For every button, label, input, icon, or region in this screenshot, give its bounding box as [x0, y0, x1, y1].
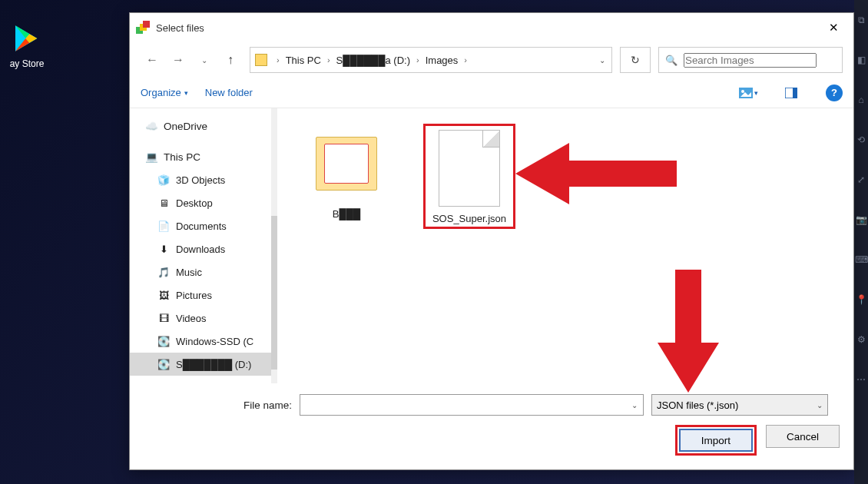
caret-down-icon: ▾	[754, 89, 758, 97]
preview-pane-button[interactable]	[781, 83, 801, 103]
app-logo-icon	[136, 21, 150, 35]
downloads-icon: ⬇	[157, 243, 170, 255]
close-button[interactable]: ✕	[818, 16, 849, 39]
up-button[interactable]: ↑	[219, 48, 242, 71]
filename-input[interactable]	[300, 395, 626, 415]
filename-label: File name:	[244, 399, 292, 411]
cube-icon: 🧊	[157, 174, 170, 186]
dialog-body: ☁️OneDrive 💻This PC 🧊3D Objects 🖥Desktop…	[130, 108, 853, 383]
sidebar-slot[interactable]: ⌂	[854, 80, 868, 120]
filetype-label: JSON files (*.json)	[657, 399, 817, 411]
chevron-right-icon: ›	[324, 55, 333, 65]
sidebar-slot[interactable]: ⌨	[854, 240, 868, 280]
tree-drive-d[interactable]: 💽S███████ (D:)	[130, 353, 271, 376]
import-highlight: Import	[675, 425, 757, 456]
tree-pictures[interactable]: 🖼Pictures	[130, 283, 271, 307]
chevron-right-icon: ›	[461, 55, 470, 65]
crumb-this-pc[interactable]: This PC	[283, 55, 324, 66]
filetype-combo[interactable]: JSON files (*.json) ⌄	[651, 394, 828, 416]
file-dialog: Select files ✕ ← → ⌄ ↑ › This PC › S████…	[129, 12, 854, 470]
pictures-icon: 🖼	[157, 289, 170, 301]
tree-3d-objects[interactable]: 🧊3D Objects	[130, 168, 271, 191]
tree-this-pc[interactable]: 💻This PC	[130, 145, 271, 168]
tree-onedrive[interactable]: ☁️OneDrive	[130, 114, 271, 138]
documents-icon: 📄	[157, 220, 170, 232]
nav-row: ← → ⌄ ↑ › This PC › S██████a (D:) › Imag…	[130, 42, 853, 78]
videos-icon: 🎞	[157, 312, 170, 324]
file-icon	[439, 130, 500, 207]
crumb-folder[interactable]: Images	[422, 55, 462, 66]
sidebar-slot[interactable]: ⋯	[854, 360, 868, 399]
sidebar-slot[interactable]: ◧	[854, 40, 868, 80]
sidebar-slot[interactable]: ⧉	[854, 0, 868, 40]
recent-dropdown[interactable]: ⌄	[193, 48, 216, 71]
caret-down-icon: ▾	[184, 89, 188, 97]
play-store-label: ay Store	[0, 58, 54, 69]
breadcrumb-dropdown[interactable]: ⌄	[593, 56, 611, 65]
play-store-icon	[12, 23, 42, 54]
json-file-item[interactable]: SOS_Super.json	[423, 124, 515, 229]
view-mode-button[interactable]: ▾	[738, 83, 758, 103]
search-field[interactable]	[684, 53, 817, 68]
play-store-shortcut[interactable]: ay Store	[0, 23, 54, 69]
svg-rect-6	[143, 21, 150, 28]
dialog-title: Select files	[156, 22, 818, 34]
tree-videos[interactable]: 🎞Videos	[130, 307, 271, 330]
cancel-button[interactable]: Cancel	[766, 425, 840, 448]
folder-item[interactable]: B███	[300, 124, 393, 220]
desktop-icon: 🖥	[157, 197, 170, 209]
crumb-drive[interactable]: S██████a (D:)	[333, 55, 413, 66]
search-input[interactable]: 🔍	[658, 47, 843, 73]
cloud-icon: ☁️	[145, 120, 157, 132]
toolbar: Organize▾ New folder ▾ ?	[130, 78, 853, 108]
help-button[interactable]: ?	[826, 85, 843, 101]
file-list[interactable]: B███ SOS_Super.json	[277, 108, 853, 383]
tree-windows-ssd[interactable]: 💽Windows-SSD (C	[130, 330, 271, 353]
annotation-arrow-left	[515, 139, 677, 208]
breadcrumb-bar[interactable]: › This PC › S██████a (D:) › Images › ⌄	[250, 47, 612, 73]
emulator-sidebar: ⧉ ◧ ⌂ ⟲ ⤢ 📷 ⌨ 📍 ⚙ ⋯	[854, 0, 868, 484]
scrollbar-thumb[interactable]	[271, 216, 277, 370]
sidebar-slot[interactable]: ⟲	[854, 120, 868, 160]
file-label: SOS_Super.json	[428, 213, 511, 224]
drive-icon: 💽	[157, 358, 170, 370]
search-icon: 🔍	[665, 55, 678, 66]
sidebar-slot[interactable]: ⚙	[854, 320, 868, 360]
tree-scrollbar[interactable]	[271, 108, 277, 383]
tree-documents[interactable]: 📄Documents	[130, 214, 271, 237]
refresh-button[interactable]: ↻	[620, 47, 651, 73]
dialog-footer: File name: ⌄ JSON files (*.json) ⌄ Impor…	[130, 383, 853, 469]
new-folder-button[interactable]: New folder	[205, 87, 253, 98]
chevron-right-icon: ›	[273, 55, 283, 65]
sidebar-slot[interactable]: ⤢	[854, 160, 868, 200]
svg-point-8	[741, 90, 744, 93]
annotation-arrow-down	[654, 270, 723, 393]
file-label: B███	[300, 208, 393, 220]
titlebar: Select files ✕	[130, 13, 853, 42]
svg-rect-11	[793, 88, 797, 98]
import-button[interactable]: Import	[679, 429, 753, 452]
music-icon: 🎵	[157, 266, 170, 278]
filename-combo[interactable]: ⌄	[300, 394, 644, 416]
tree-desktop[interactable]: 🖥Desktop	[130, 191, 271, 214]
nav-tree: ☁️OneDrive 💻This PC 🧊3D Objects 🖥Desktop…	[130, 108, 271, 383]
caret-down-icon: ⌄	[817, 401, 823, 409]
forward-button: →	[167, 48, 190, 71]
drive-icon: 💽	[157, 335, 170, 347]
organize-button[interactable]: Organize▾	[141, 87, 188, 98]
chevron-right-icon: ›	[413, 55, 422, 65]
folder-icon	[255, 54, 267, 66]
sidebar-slot[interactable]: 📷	[854, 200, 868, 240]
folder-icon	[316, 137, 377, 191]
svg-marker-12	[515, 143, 677, 204]
tree-music[interactable]: 🎵Music	[130, 260, 271, 283]
sidebar-slot[interactable]: 📍	[854, 280, 868, 320]
back-button[interactable]: ←	[141, 48, 164, 71]
tree-downloads[interactable]: ⬇Downloads	[130, 237, 271, 260]
svg-marker-13	[658, 270, 719, 393]
pc-icon: 💻	[145, 151, 157, 163]
filename-dropdown[interactable]: ⌄	[626, 401, 643, 409]
